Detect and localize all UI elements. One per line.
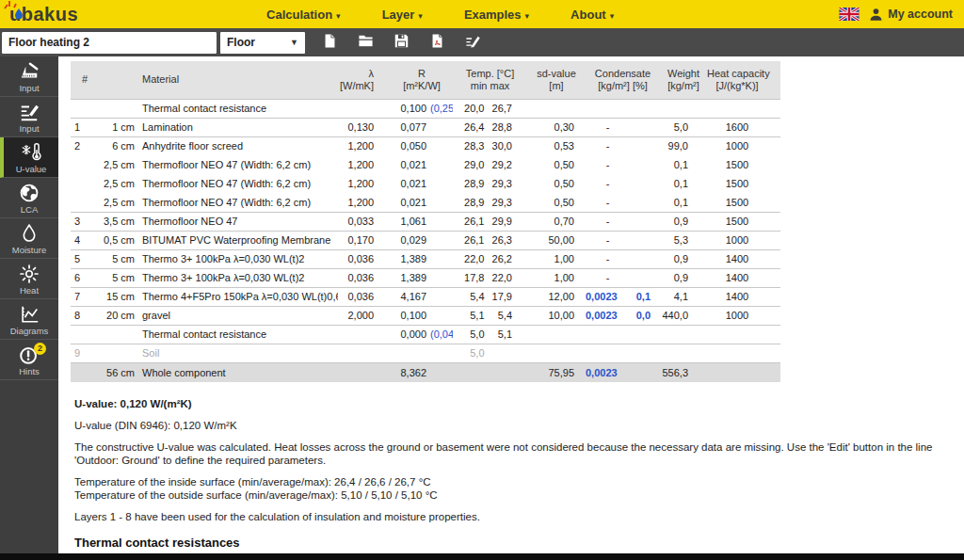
layer-row[interactable]: 2,5 cm Thermofloor NEO 47 (Width: 6,2 cm… — [71, 193, 780, 212]
layer-condensate-pct: 0,1 — [623, 287, 661, 306]
col-header-sd-value: sd-value [m] — [527, 61, 586, 99]
layer-temp-min: 26,4 — [453, 118, 490, 136]
sidebar-item-moisture[interactable]: Moisture — [0, 218, 58, 259]
open-folder-icon — [358, 33, 374, 53]
nav-examples[interactable]: Examples▾ — [464, 8, 529, 22]
layer-temp-max: 29,9 — [490, 212, 528, 231]
chevron-down-icon: ▾ — [525, 11, 530, 21]
layer-temp-max: 26,3 — [490, 231, 528, 249]
col-header-material: Material — [140, 61, 338, 99]
uk-flag-icon[interactable] — [839, 8, 860, 21]
layer-material: Thermo 4+F5Pro 150kPa λ=0,030 WL(t)0,6 — [140, 287, 338, 306]
ubakus-logo[interactable]: ubakus — [9, 0, 78, 28]
layer-row[interactable]: 6 5 cm Thermo 3+ 100kPa λ=0,030 WL(t)2 0… — [71, 268, 780, 287]
chevron-down-icon: ▾ — [336, 11, 341, 21]
layer-condensate-pct — [623, 249, 661, 268]
layer-lambda — [338, 344, 391, 362]
content-area: # Material λ [W/mK] R [m²K/W] Temp. [°C]… — [58, 56, 964, 560]
chevron-down-icon: ▼ — [290, 38, 298, 47]
layer-sd-value — [527, 325, 586, 344]
layer-row[interactable]: Thermal contact resistance 0,000(0,040) … — [71, 325, 780, 344]
layer-row[interactable]: 2 6 cm Anhydrite floor screed 1,200 0,05… — [71, 136, 780, 155]
pdf-export-button[interactable] — [426, 32, 448, 53]
new-document-button[interactable] — [318, 32, 341, 53]
layer-lambda: 2,000 — [338, 306, 391, 325]
sidebar-item-input-geometry[interactable]: Input — [0, 56, 58, 97]
layer-temp-min: 5,1 — [453, 306, 490, 325]
layer-temp-max: 5,1 — [490, 325, 528, 344]
layer-temp-min: 26,1 — [453, 231, 490, 249]
layer-row[interactable]: 3 3,5 cm Thermofloor NEO 47 0,033 1,061 … — [71, 212, 780, 231]
nav-about[interactable]: About▾ — [570, 8, 614, 22]
layer-number: 2 — [71, 136, 95, 155]
results-section: U-value: 0,120 W/(m²K) U-value (DIN 6946… — [74, 397, 959, 560]
layer-number — [71, 99, 95, 118]
layer-row[interactable]: 2,5 cm Thermofloor NEO 47 (Width: 6,2 cm… — [71, 155, 780, 174]
layer-temp-min: 22,0 — [453, 249, 490, 268]
layer-weight — [660, 99, 707, 118]
layer-heat-capacity: 1500 — [707, 212, 780, 231]
nav-layer[interactable]: Layer▾ — [382, 8, 423, 22]
edit-button[interactable] — [461, 32, 484, 53]
layer-sd-value: 12,00 — [527, 287, 586, 306]
layer-temp-min — [453, 362, 490, 382]
layer-weight — [660, 325, 707, 344]
layer-row[interactable]: 5 5 cm Thermo 3+ 100kPa λ=0,030 WL(t)2 0… — [71, 249, 780, 268]
col-header-condensate: Condensate [kg/m²] [%] — [586, 61, 660, 99]
component-type-select[interactable]: Floor ▼ — [220, 32, 305, 54]
layer-number: 1 — [71, 118, 95, 136]
layer-material: Thermofloor NEO 47 (Width: 6,2 cm) — [140, 193, 338, 212]
layer-row[interactable]: 2,5 cm Thermofloor NEO 47 (Width: 6,2 cm… — [71, 174, 780, 193]
layer-sd-value: 10,00 — [527, 306, 586, 325]
layer-r-value: 0,100(0,250) — [391, 99, 453, 118]
layer-row[interactable]: 7 15 cm Thermo 4+F5Pro 150kPa λ=0,030 WL… — [71, 287, 780, 306]
layer-r-value: 4,167 — [391, 287, 453, 306]
col-header-weight: Weight [kg/m²] — [660, 61, 707, 99]
layer-sd-value: 0,70 — [527, 212, 586, 231]
layer-condensate-pct — [623, 174, 661, 193]
layer-row[interactable]: 4 0,5 cm BITUMAT PVC Waterproofing Membr… — [71, 231, 780, 249]
sidebar-item-input-form[interactable]: Input — [0, 97, 58, 137]
layer-thickness — [95, 325, 140, 344]
sidebar-item-u-value[interactable]: U-value — [0, 137, 58, 178]
globe-icon — [19, 183, 40, 203]
layer-temp-max: 29,3 — [490, 193, 528, 212]
layer-r-default-value: (0,250) — [430, 103, 453, 114]
layer-weight: 4,1 — [660, 287, 707, 306]
layer-material: BITUMAT PVC Waterproofing Membrane — [140, 231, 338, 249]
layer-condensate-kg: - — [586, 118, 623, 136]
layer-lambda: 0,036 — [338, 268, 391, 287]
layer-weight: 0,1 — [660, 155, 707, 174]
sidebar-item-label: LCA — [21, 204, 38, 215]
sidebar-item-label: Hints — [19, 366, 40, 376]
layer-row[interactable]: 9 Soil 5,0 — [71, 344, 780, 362]
project-name-input[interactable] — [2, 32, 217, 54]
layer-condensate-kg — [586, 344, 623, 362]
layer-condensate-kg: - — [586, 268, 623, 287]
my-account-button[interactable]: My account — [869, 8, 953, 22]
layer-number — [71, 193, 95, 212]
layer-temp-min: 28,9 — [453, 174, 490, 193]
layer-row[interactable]: 8 20 cm gravel 2,000 0,100 5,1 5,4 10,00… — [71, 306, 780, 325]
layer-material: Thermo 3+ 100kPa λ=0,030 WL(t)2 — [140, 268, 338, 287]
sidebar-item-hints[interactable]: Hints 2 — [0, 340, 58, 380]
layer-heat-capacity: 1500 — [707, 174, 780, 193]
open-project-button[interactable] — [354, 32, 377, 53]
sidebar-item-lca[interactable]: LCA — [0, 178, 58, 218]
sidebar-item-heat[interactable]: Heat — [0, 259, 58, 299]
layer-row[interactable]: 1 1 cm Lamination 0,130 0,077 26,4 28,8 … — [71, 118, 780, 136]
layer-row[interactable]: Thermal contact resistance 0,100(0,250) … — [71, 99, 780, 118]
layer-heat-capacity: 1500 — [707, 193, 780, 212]
layer-material: Thermofloor NEO 47 — [140, 212, 338, 231]
sidebar-item-diagrams[interactable]: Diagrams — [0, 299, 58, 340]
layer-thickness: 56 cm — [95, 362, 140, 382]
nav-calculation[interactable]: Calculation▾ — [266, 8, 341, 22]
chevron-down-icon: ▾ — [418, 11, 423, 21]
layer-row[interactable]: 56 cm Whole component 8,362 75,95 0,0023… — [71, 362, 780, 382]
layer-number: 6 — [71, 268, 95, 287]
bottom-black-bar — [0, 553, 964, 560]
layer-temp-max: 28,8 — [490, 118, 528, 136]
save-button[interactable] — [390, 32, 412, 53]
layer-r-value: 1,061 — [391, 212, 453, 231]
layer-number: 8 — [71, 306, 95, 325]
